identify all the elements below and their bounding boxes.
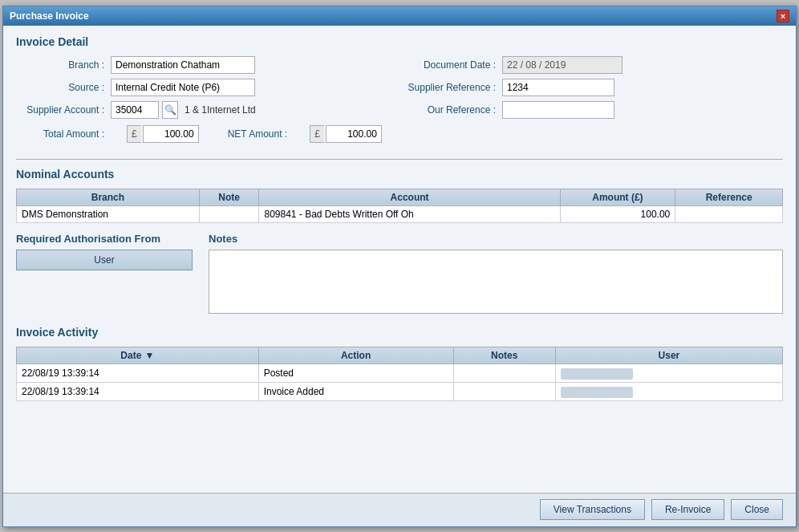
- total-amount-input[interactable]: [143, 125, 199, 143]
- nominal-accounts-title: Nominal Accounts: [16, 168, 783, 181]
- net-currency: £: [310, 125, 324, 143]
- invoice-activity-title: Invoice Activity: [16, 326, 783, 339]
- auth-section: Required Authorisation From User: [16, 233, 193, 316]
- user-value: [561, 387, 633, 398]
- total-amount-label: Total Amount :: [16, 128, 104, 140]
- activity-action: Invoice Added: [258, 382, 453, 400]
- activity-action: Posted: [258, 363, 453, 382]
- supplier-reference-row: Supplier Reference :: [408, 79, 783, 96]
- source-row: Source :: [16, 79, 391, 96]
- cell-reference: [675, 205, 783, 222]
- list-item: 22/08/19 13:39:14 Invoice Added: [17, 382, 783, 400]
- net-amount-box: £: [310, 125, 382, 143]
- list-item: 22/08/19 13:39:14 Posted: [17, 363, 783, 382]
- sort-icon: ▼: [144, 350, 154, 361]
- branch-input[interactable]: [111, 56, 255, 74]
- col-note: Note: [199, 189, 259, 205]
- bottom-section: Required Authorisation From User Notes: [16, 233, 783, 316]
- document-date-row: Document Date :: [408, 56, 783, 74]
- nominal-accounts-section: Nominal Accounts Branch Note Account Amo…: [16, 168, 783, 223]
- table-row: DMS Demonstration 809841 - Bad Debts Wri…: [17, 205, 783, 222]
- source-input[interactable]: [111, 79, 255, 96]
- notes-section: Notes: [209, 233, 783, 316]
- supplier-search-button[interactable]: 🔍: [162, 101, 178, 119]
- activity-date: 22/08/19 13:39:14: [17, 382, 259, 400]
- supplier-name: 1 & 1Internet Ltd: [185, 104, 256, 116]
- activity-user: [555, 382, 782, 400]
- close-button[interactable]: Close: [731, 499, 783, 520]
- nominal-accounts-header-row: Branch Note Account Amount (£) Reference: [17, 189, 783, 205]
- activity-notes: [453, 363, 555, 382]
- activity-col-notes: Notes: [453, 347, 555, 363]
- invoice-activity-table: Date ▼ Action Notes User 22/08/19 13:39:…: [16, 347, 783, 401]
- document-date-label: Document Date :: [408, 59, 496, 71]
- supplier-reference-input[interactable]: [502, 79, 614, 96]
- supplier-account-row: Supplier Account : 🔍 1 & 1Internet Ltd: [16, 101, 391, 119]
- content-area: Invoice Detail Branch : Source :: [3, 26, 796, 493]
- source-label: Source :: [16, 82, 104, 93]
- auth-title: Required Authorisation From: [16, 233, 193, 245]
- net-amount-input[interactable]: [326, 125, 382, 143]
- notes-title: Notes: [209, 233, 783, 245]
- nominal-accounts-table: Branch Note Account Amount (£) Reference…: [16, 189, 783, 223]
- invoice-detail-title: Invoice Detail: [16, 35, 783, 48]
- branch-row: Branch :: [16, 56, 391, 74]
- activity-user: [555, 363, 782, 382]
- auth-user-button[interactable]: User: [16, 250, 193, 270]
- cell-amount: 100.00: [560, 205, 675, 222]
- our-reference-input[interactable]: [502, 101, 614, 119]
- amounts-row: Total Amount : £ NET Amount : £: [16, 125, 391, 143]
- supplier-reference-label: Supplier Reference :: [408, 82, 496, 93]
- col-amount: Amount (£): [560, 189, 675, 205]
- invoice-detail-form: Branch : Source : Supplier Account :: [16, 56, 783, 148]
- supplier-row: 🔍 1 & 1Internet Ltd: [111, 101, 256, 119]
- cell-branch: DMS Demonstration: [17, 205, 200, 222]
- activity-notes: [453, 382, 555, 400]
- activity-header-row: Date ▼ Action Notes User: [17, 347, 783, 363]
- document-date-input[interactable]: [502, 56, 623, 74]
- window-title: Purchase Invoice: [10, 10, 89, 22]
- invoice-activity-section: Invoice Activity Date ▼ Action Notes Use…: [16, 326, 783, 401]
- cell-account: 809841 - Bad Debts Written Off Oh: [259, 205, 560, 222]
- activity-col-action: Action: [258, 347, 453, 363]
- total-amount-box: £: [127, 125, 199, 143]
- view-transactions-button[interactable]: View Transactions: [540, 499, 645, 520]
- cell-note: [199, 205, 259, 222]
- supplier-id-input[interactable]: [111, 101, 159, 119]
- activity-col-date: Date ▼: [17, 347, 259, 363]
- our-reference-row: Our Reference :: [408, 101, 783, 119]
- supplier-account-label: Supplier Account :: [16, 104, 104, 116]
- col-reference: Reference: [675, 189, 783, 205]
- net-amount-label: NET Amount :: [228, 128, 287, 140]
- activity-col-user: User: [555, 347, 782, 363]
- footer: View Transactions Re-Invoice Close: [3, 493, 796, 526]
- close-window-button[interactable]: ×: [777, 10, 789, 22]
- purchase-invoice-window: Purchase Invoice × Invoice Detail Branch…: [2, 6, 797, 527]
- titlebar: Purchase Invoice ×: [3, 6, 796, 26]
- our-reference-label: Our Reference :: [408, 104, 496, 116]
- col-branch: Branch: [17, 189, 200, 205]
- user-value: [561, 368, 633, 380]
- left-form: Branch : Source : Supplier Account :: [16, 56, 391, 148]
- invoice-detail-section: Invoice Detail Branch : Source :: [16, 35, 783, 148]
- total-currency: £: [127, 125, 141, 143]
- notes-textarea[interactable]: [209, 250, 783, 314]
- right-form: Document Date : Supplier Reference : Our…: [408, 56, 783, 148]
- re-invoice-button[interactable]: Re-Invoice: [651, 499, 724, 520]
- divider-1: [16, 159, 783, 160]
- branch-label: Branch :: [16, 59, 104, 71]
- activity-date: 22/08/19 13:39:14: [17, 363, 259, 382]
- col-account: Account: [259, 189, 560, 205]
- search-icon: 🔍: [164, 104, 176, 116]
